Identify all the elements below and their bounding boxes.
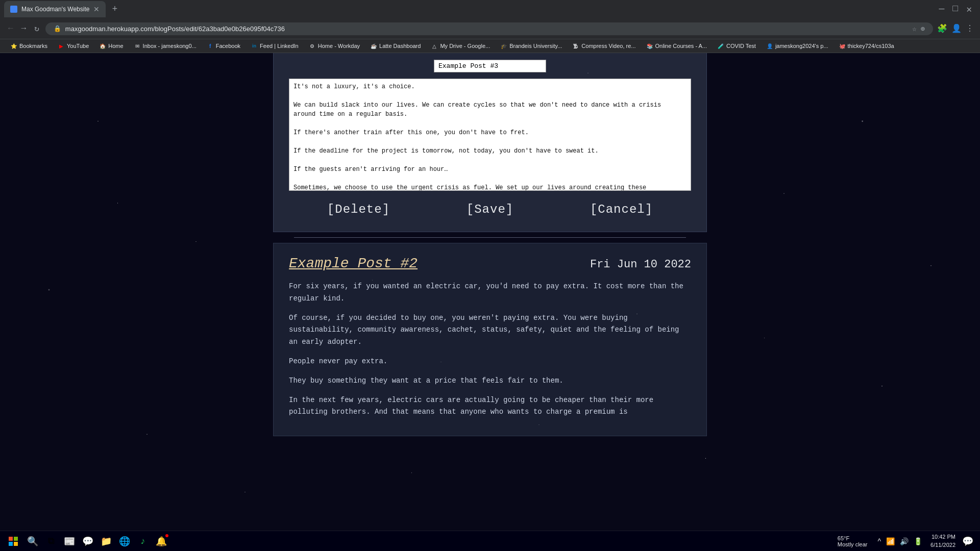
bookmark-label-home: Home (108, 43, 123, 49)
address-box[interactable]: 🔒 maxgoodman.herokuapp.com/blogPosts/edi… (45, 22, 933, 35)
extension-button[interactable]: 🧩 (937, 23, 947, 34)
bookmark-item-latte[interactable]: ☕ Latte Dashboard (366, 41, 425, 51)
clock-time: 10:42 PM (930, 533, 955, 541)
bookmarks-icon: ⭐ (10, 42, 17, 49)
bookmark-item-workday[interactable]: ⚙ Home - Workday (305, 41, 364, 51)
github-icon: 🐙 (839, 42, 846, 49)
reload-button[interactable]: ↻ (32, 21, 41, 36)
tab-close-button[interactable]: ✕ (93, 5, 100, 13)
browser-actions: 🧩 👤 ⋮ (937, 23, 974, 34)
home-icon: 🏠 (99, 42, 106, 49)
bookmark-item-brandeis[interactable]: 🎓 Brandeis University... (496, 41, 566, 51)
bookmark-item-inbox[interactable]: ✉ Inbox - jameskong0... (130, 41, 201, 51)
taskbar-notification-icon[interactable]: 🔔 (153, 533, 169, 549)
jameskong-icon: 👤 (766, 42, 773, 49)
bookmark-label: Bookmarks (19, 43, 47, 49)
new-tab-button[interactable]: + (108, 2, 121, 16)
bookmark-item-home[interactable]: 🏠 Home (95, 41, 127, 51)
bookmark-label-courses: Online Courses - A... (655, 43, 707, 49)
extension-icon[interactable]: ⊕ (921, 24, 925, 33)
bookmark-item-courses[interactable]: 📚 Online Courses - A... (642, 41, 712, 51)
post2-date: Fri Jun 10 2022 (590, 258, 691, 271)
drive-icon: △ (431, 42, 438, 49)
taskbar-explorer-icon[interactable]: 📁 (98, 533, 114, 549)
taskbar: 🔍 ⧉ 📰 💬 📁 🌐 ♪ 🔔 65°F Mostly clear ^ 📶 🔊 … (0, 531, 980, 551)
post2-para-2: Of course, if you decided to buy one, yo… (289, 312, 691, 348)
taskbar-widgets-icon[interactable]: 📰 (61, 533, 78, 549)
posts-divider (294, 237, 686, 238)
address-bar-row: ← → ↻ 🔒 maxgoodman.herokuapp.com/blogPos… (0, 18, 980, 39)
menu-button[interactable]: ⋮ (966, 23, 974, 34)
taskbar-teams-icon[interactable]: 💬 (80, 533, 96, 549)
save-button[interactable]: [Save] (467, 203, 513, 216)
clock-date: 6/11/2022 (930, 541, 955, 549)
taskbar-task-view-icon[interactable]: ⧉ (43, 533, 59, 549)
minimize-button[interactable]: — (939, 4, 945, 15)
post2-para-3: People never pay extra. (289, 356, 691, 368)
youtube-icon: ▶ (58, 42, 65, 49)
battery-icon: 🔋 (914, 537, 922, 545)
volume-icon[interactable]: 🔊 (900, 537, 909, 545)
taskbar-edge-icon[interactable]: 🌐 (116, 533, 133, 549)
tab-title: Max Goodman's Website (21, 6, 89, 13)
bookmark-label-drive: My Drive - Google... (440, 43, 490, 49)
facebook-icon: f (207, 42, 214, 49)
latte-icon: ☕ (370, 42, 377, 49)
back-button[interactable]: ← (6, 22, 15, 35)
taskbar-search-icon[interactable]: 🔍 (24, 533, 41, 549)
clock-widget[interactable]: 10:42 PM 6/11/2022 (930, 533, 955, 549)
taskbar-left: 🔍 ⧉ 📰 💬 📁 🌐 ♪ 🔔 (4, 532, 169, 550)
bookmark-item-linkedin[interactable]: in Feed | LinkedIn (247, 41, 303, 51)
bookmark-item-covid[interactable]: 🧪 COVID Test (713, 41, 760, 51)
bookmark-item-compress[interactable]: 🗜 Compress Video, re... (568, 41, 640, 51)
page-content: It's not a luxury, it's a choice. We can… (0, 49, 980, 551)
post2-title-link[interactable]: Example Post #2 (289, 256, 418, 271)
post2-para-1: For six years, if you wanted an electric… (289, 281, 691, 305)
bookmark-label-compress: Compress Video, re... (581, 43, 635, 49)
bookmark-item-bookmarks[interactable]: ⭐ Bookmarks (6, 41, 52, 51)
tab-bar: Max Goodman's Website ✕ + — □ ✕ (0, 0, 980, 18)
post-title-input[interactable] (434, 60, 546, 72)
notification-center-button[interactable]: 💬 (960, 533, 976, 549)
active-tab[interactable]: Max Goodman's Website ✕ (4, 1, 106, 17)
weather-temp: 65°F (838, 535, 849, 541)
delete-button[interactable]: [Delete] (327, 203, 390, 216)
bookmark-item-drive[interactable]: △ My Drive - Google... (427, 41, 494, 51)
start-button[interactable] (4, 532, 22, 550)
bookmark-item-facebook[interactable]: f Facebook (203, 41, 244, 51)
compress-icon: 🗜 (572, 42, 579, 49)
bookmark-item-youtube[interactable]: ▶ YouTube (54, 41, 93, 51)
bookmark-label-brandeis: Brandeis University... (509, 43, 562, 49)
system-tray-icons: ^ 📶 🔊 🔋 (873, 537, 926, 545)
weather-widget: 65°F Mostly clear (838, 535, 868, 547)
lock-icon: 🔒 (54, 25, 61, 33)
page-wrapper: It's not a luxury, it's a choice. We can… (0, 49, 980, 436)
url-text: maxgoodman.herokuapp.com/blogPosts/edit/… (65, 25, 908, 33)
post2-header: Example Post #2 Fri Jun 10 2022 (289, 256, 691, 271)
profile-button[interactable]: 👤 (951, 23, 962, 34)
covid-icon: 🧪 (717, 42, 724, 49)
network-icon[interactable]: 📶 (886, 537, 895, 545)
maximize-button[interactable]: □ (952, 4, 958, 15)
post-body-textarea[interactable]: It's not a luxury, it's a choice. We can… (289, 79, 691, 191)
taskbar-right: 65°F Mostly clear ^ 📶 🔊 🔋 10:42 PM 6/11/… (838, 533, 976, 549)
forward-button[interactable]: → (19, 22, 29, 35)
bookmark-label-jameskong: jameskong2024's p... (775, 43, 828, 49)
bookmark-label-covid: COVID Test (726, 43, 756, 49)
tab-favicon (10, 6, 17, 13)
post2-card: Example Post #2 Fri Jun 10 2022 For six … (273, 243, 707, 436)
gmail-icon: ✉ (134, 42, 141, 49)
post2-para-5: In the next few years, electric cars are… (289, 394, 691, 419)
bookmark-item-github[interactable]: 🐙 thickey724/cs103a (835, 41, 898, 51)
bookmark-label-linkedin: Feed | LinkedIn (260, 43, 299, 49)
post-actions: [Delete] [Save] [Cancel] (289, 203, 691, 216)
bookmark-item-jameskong[interactable]: 👤 jameskong2024's p... (762, 41, 832, 51)
close-window-button[interactable]: ✕ (966, 4, 972, 15)
post2-body: For six years, if you wanted an electric… (289, 281, 691, 418)
star-icon[interactable]: ☆ (912, 24, 916, 33)
courses-icon: 📚 (646, 42, 653, 49)
cancel-button[interactable]: [Cancel] (590, 203, 653, 216)
taskbar-spotify-icon[interactable]: ♪ (135, 533, 151, 549)
chevron-icon[interactable]: ^ (877, 537, 881, 545)
bookmark-label-workday: Home - Workday (318, 43, 360, 49)
